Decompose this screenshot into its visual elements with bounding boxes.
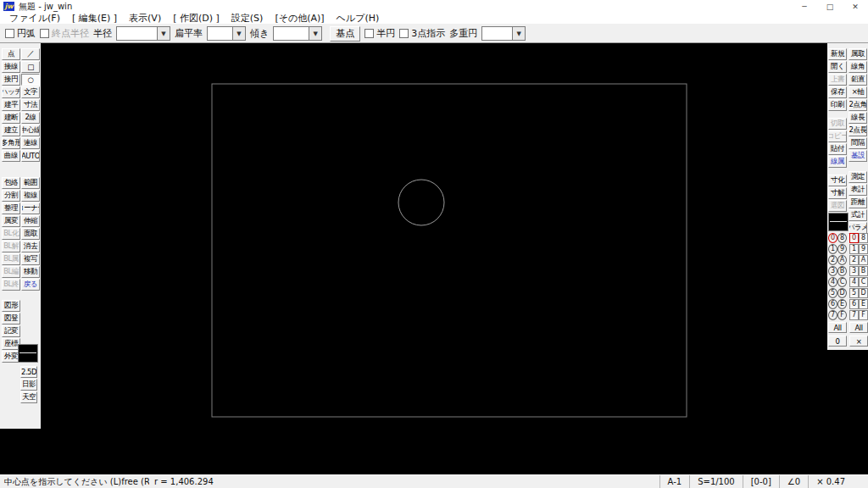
attribute-change-button[interactable]: 属変 (2, 215, 20, 227)
layer-E-button[interactable]: E (859, 299, 868, 309)
menu-edit[interactable]: [ 編集(E) ] (66, 13, 123, 25)
half-circle-checkbox-box[interactable] (364, 29, 374, 38)
menu-file[interactable]: ファイル(F) (3, 13, 66, 25)
menu-draw[interactable]: [ 作図(D) ] (167, 13, 225, 25)
layer-B-button[interactable]: B (859, 266, 868, 276)
undo-button[interactable]: 戻る (21, 279, 40, 291)
dim-convert-button[interactable]: 寸化 (828, 175, 847, 186)
save-as-button[interactable]: 保存 (828, 86, 847, 98)
move-button[interactable]: 移動 (21, 266, 40, 278)
line-attribute-preview[interactable] (828, 213, 849, 231)
offset-line-button[interactable]: 複線 (21, 190, 40, 202)
drawing-canvas[interactable] (0, 43, 868, 474)
basic-settings-button[interactable]: 基設 (849, 150, 867, 162)
line-button[interactable]: ／ (21, 48, 40, 60)
three-point-checkbox-box[interactable] (399, 29, 409, 38)
status-axis-angle[interactable]: ∠0 (779, 475, 808, 488)
layer-group-D-button[interactable]: D (837, 288, 847, 298)
three-point-checkbox[interactable]: 3点指示 (399, 27, 445, 40)
multi-circle-dropdown-icon[interactable]: ▼ (512, 27, 525, 40)
menu-view[interactable]: 表示(V) (123, 13, 167, 25)
sky-button[interactable]: 天空 (20, 391, 37, 403)
menu-settings[interactable]: 設定(S) (225, 13, 270, 25)
layer-group-C-button[interactable]: C (837, 277, 847, 287)
tangent-line-button[interactable]: 接線 (2, 61, 20, 73)
hatch-button[interactable]: ハッチ (2, 86, 20, 98)
polygon-button[interactable]: 多角形 (2, 137, 20, 149)
double-line-button[interactable]: 2線 (21, 112, 40, 124)
layer-A-button[interactable]: A (859, 255, 868, 265)
radius-combobox[interactable]: ▼ (116, 26, 170, 41)
dim-dissolve-button[interactable]: 寸解 (828, 187, 847, 199)
layer-group-9-button[interactable]: 9 (837, 244, 847, 254)
center-line-button[interactable]: 中心線 (21, 125, 40, 136)
arc-checkbox[interactable]: 円弧 (5, 27, 36, 40)
status-zoom-ratio[interactable]: × 0.47 (808, 475, 853, 488)
radius-input[interactable] (117, 27, 157, 40)
perpendicular-angle-button[interactable]: 鉛直 (849, 74, 867, 86)
x-axis-angle-button[interactable]: ×軸 (849, 86, 867, 98)
tangent-circle-button[interactable]: 接円 (2, 74, 20, 86)
dimension-button[interactable]: 寸法 (21, 99, 40, 111)
curve-button[interactable]: 曲線 (2, 150, 20, 162)
copy-button[interactable]: 複写 (21, 253, 40, 265)
arc-checkbox-box[interactable] (5, 29, 14, 38)
erase-button[interactable]: 消去 (21, 241, 40, 252)
attribute-get-button[interactable]: 属取 (849, 48, 867, 60)
shadow-button[interactable]: 日影 (20, 379, 37, 391)
radius-dropdown-icon[interactable]: ▼ (157, 27, 170, 40)
layer-7-button[interactable]: 7 (849, 310, 859, 320)
group-zero-button[interactable]: 0 (828, 336, 847, 347)
two-five-d-button[interactable]: 2.5D (20, 366, 37, 378)
corner-button[interactable]: コーナー (21, 202, 40, 214)
line-attribute-preview[interactable] (18, 344, 38, 363)
table-calc-button[interactable]: 表計 (849, 184, 867, 196)
layer-0-button[interactable]: 0 (849, 233, 859, 243)
layer-D-button[interactable]: D (859, 288, 868, 298)
chamfer-button[interactable]: 面取 (21, 228, 40, 240)
multi-circle-input[interactable] (482, 27, 512, 40)
auto-mode-button[interactable]: AUTO (21, 150, 40, 162)
line-attribute-button[interactable]: 線属 (828, 156, 847, 168)
figure-button[interactable]: 図形 (2, 300, 20, 312)
distance-point-button[interactable]: 距離 (849, 197, 867, 208)
layer-3-button[interactable]: 3 (849, 266, 859, 276)
new-file-button[interactable]: 新規 (828, 48, 847, 60)
layer-group-2-button[interactable]: 2 (828, 255, 837, 265)
multi-circle-combobox[interactable]: ▼ (481, 26, 526, 41)
minimize-button[interactable]: ─ (792, 0, 817, 13)
layer-group-0-button[interactable]: 0 (828, 233, 837, 243)
layer-group-3-button[interactable]: 3 (828, 266, 837, 276)
organize-button[interactable]: 整理 (2, 202, 20, 214)
layer-group-5-button[interactable]: 5 (828, 288, 837, 298)
slope-dropdown-icon[interactable]: ▼ (309, 27, 321, 40)
rectangle-button[interactable]: □ (21, 61, 40, 73)
notation-change-button[interactable]: 記変 (2, 325, 20, 337)
layer-2-button[interactable]: 2 (849, 255, 859, 265)
layer-group-8-button[interactable]: 8 (837, 233, 847, 243)
layer-all-button[interactable]: All (849, 322, 868, 333)
layer-8-button[interactable]: 8 (859, 233, 868, 243)
layer-group-4-button[interactable]: 4 (828, 277, 837, 287)
layer-group-A-button[interactable]: A (837, 255, 847, 265)
point-button[interactable]: 点 (2, 48, 20, 60)
building-section-button[interactable]: 建断 (2, 112, 20, 124)
two-point-angle-button[interactable]: 2点角 (849, 99, 867, 111)
layer-F-button[interactable]: F (859, 310, 868, 320)
flatness-dropdown-icon[interactable]: ▼ (232, 27, 245, 40)
layer-group-6-button[interactable]: 6 (828, 299, 837, 309)
layer-protect-button[interactable]: × (849, 336, 868, 347)
layer-6-button[interactable]: 6 (849, 299, 859, 309)
extend-trim-button[interactable]: 伸縮 (21, 215, 40, 227)
line-angle-get-button[interactable]: 線角 (849, 61, 867, 73)
print-button[interactable]: 印刷 (828, 99, 847, 111)
figure-register-button[interactable]: 図登 (2, 313, 20, 324)
layer-9-button[interactable]: 9 (859, 244, 868, 254)
layer-4-button[interactable]: 4 (849, 277, 859, 287)
text-button[interactable]: 文字 (21, 86, 40, 98)
menu-help[interactable]: ヘルプ(H) (331, 13, 386, 25)
line-length-get-button[interactable]: 線長 (849, 112, 867, 124)
layer-group-B-button[interactable]: B (837, 266, 847, 276)
interval-get-button[interactable]: 間隔 (849, 137, 867, 149)
layer-5-button[interactable]: 5 (849, 288, 859, 298)
